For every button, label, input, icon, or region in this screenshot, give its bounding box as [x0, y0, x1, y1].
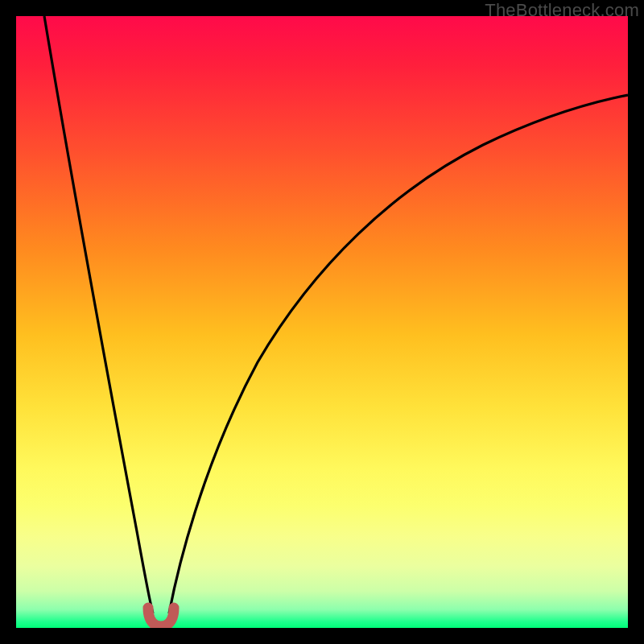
- minimum-marker: [148, 608, 174, 626]
- watermark-text: TheBottleneck.com: [485, 0, 639, 21]
- curve-right-branch: [169, 95, 628, 613]
- plot-frame: [16, 16, 628, 628]
- curve-left-branch: [44, 16, 153, 613]
- bottleneck-curve: [16, 16, 628, 628]
